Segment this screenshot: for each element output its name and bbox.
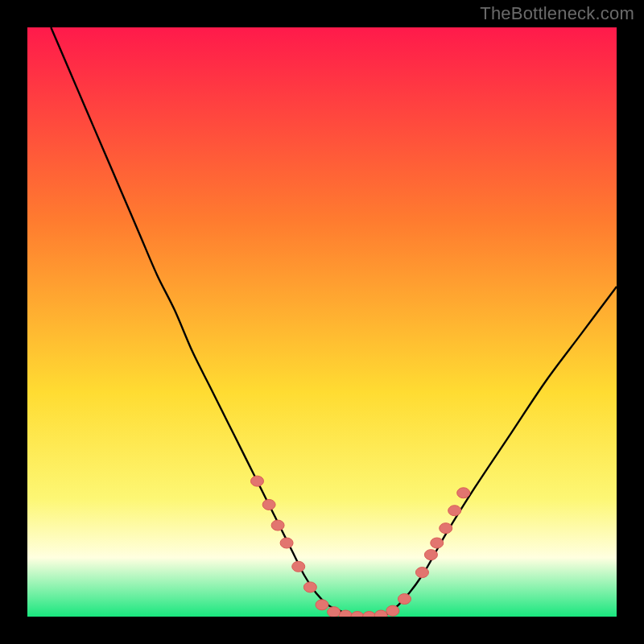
curve-marker [316,600,328,610]
curve-marker [280,538,293,548]
watermark-text: TheBottleneck.com [480,3,634,24]
chart-frame: TheBottleneck.com [0,0,644,644]
curve-marker [415,568,428,578]
plot-area [27,27,617,617]
curve-marker [448,506,461,516]
curve-marker [431,538,444,548]
curve-marker [303,582,316,592]
curve-marker [328,607,341,617]
curve-marker [250,476,263,486]
curve-marker [271,520,284,530]
chart-svg [27,27,617,617]
curve-marker [292,561,305,572]
curve-marker [398,594,411,605]
curve-marker [424,550,437,560]
curve-marker [386,605,399,616]
curve-marker [457,488,470,498]
curve-marker [262,499,275,510]
curve-marker [440,523,452,534]
gradient-background [27,27,617,617]
